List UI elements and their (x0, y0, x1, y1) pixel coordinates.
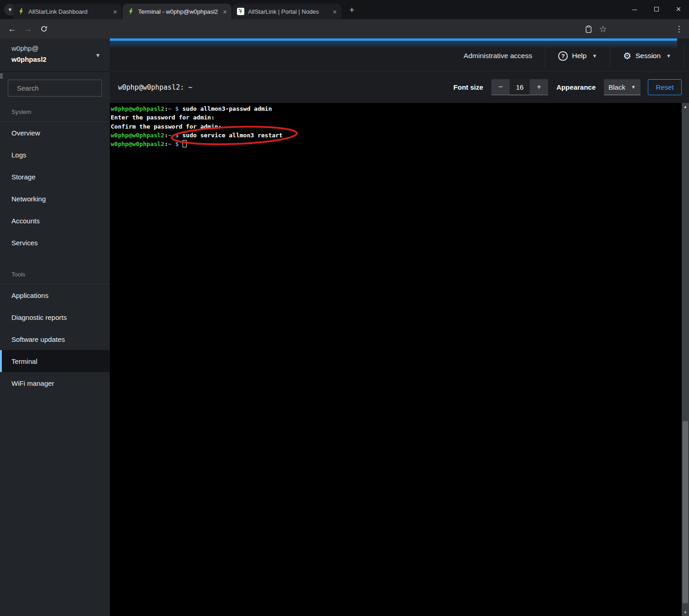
tab-terminal[interactable]: Terminal - w0php@w0phpasl2 × (123, 4, 231, 19)
maximize-icon (654, 7, 659, 11)
terminal-toolbar: w0php@w0phpasl2: ~ Font size − 16 + Appe… (110, 71, 689, 103)
terminal-line: w0php@w0phpasl2:~ $ sudo service allmon3… (111, 131, 680, 140)
font-size-label: Font size (453, 83, 483, 91)
sidebar-item-storage[interactable]: Storage (0, 166, 110, 188)
increase-font-button[interactable]: + (530, 79, 548, 95)
nav-section-label-tools: Tools (11, 271, 110, 278)
tab-title: Terminal - w0php@w0phpasl2 (138, 8, 219, 15)
terminal-line: w0php@w0phpasl2:~ $ (111, 140, 680, 148)
decrease-font-button[interactable]: − (491, 79, 510, 95)
appearance-label: Appearance (556, 83, 596, 91)
tab-close-icon[interactable]: × (333, 8, 337, 15)
divider (684, 44, 684, 67)
minus-icon: − (498, 83, 502, 91)
sidebar-item-diagnostic-reports[interactable]: Diagnostic reports (0, 306, 110, 328)
window-maximize-button[interactable] (650, 3, 663, 16)
nav-section-label-system: System (11, 108, 110, 115)
divider (610, 44, 610, 67)
allstarlink-favicon-icon (127, 8, 135, 15)
share-button[interactable] (581, 22, 596, 36)
tab-allstarlink-portal[interactable]: AllStarLink | Portal | Nodes × (232, 4, 341, 19)
font-size-value: 16 (510, 79, 530, 95)
terminal-line: Enter the password for admin: (111, 113, 680, 122)
appearance-value: Black (608, 83, 625, 91)
sidebar-item-overview[interactable]: Overview (0, 122, 110, 144)
tab-title: AllStarLink | Portal | Nodes (248, 8, 329, 15)
tab-close-icon[interactable]: × (113, 8, 117, 15)
new-tab-button[interactable]: + (346, 4, 358, 16)
browser-window: ▼ AllStarLink Dashboard × Terminal - w0p… (0, 0, 689, 616)
help-menu-button[interactable]: ? Help ▼ (558, 51, 597, 61)
help-icon: ? (558, 51, 568, 61)
allstarlink-favicon-icon (17, 8, 25, 15)
sidebar-item-terminal[interactable]: Terminal (0, 350, 110, 372)
sidebar-item-wifi-manager[interactable]: WiFi manager (0, 372, 110, 394)
nav-group-tools: ApplicationsDiagnostic reportsSoftware u… (0, 284, 110, 394)
sidebar-item-accounts[interactable]: Accounts (0, 210, 110, 232)
appearance-select[interactable]: Black ▼ (604, 79, 641, 95)
search-input[interactable] (17, 84, 108, 92)
scroll-up-icon[interactable]: ▲ (682, 103, 689, 110)
sidebar-item-applications[interactable]: Applications (0, 284, 110, 306)
sidebar-item-networking[interactable]: Networking (0, 188, 110, 210)
help-label: Help (572, 52, 587, 60)
menu-fragment-icon (0, 74, 3, 79)
terminal-line: w0php@w0phpasl2:~ $ sudo allmon3-passwd … (111, 104, 680, 113)
scroll-down-icon[interactable]: ▼ (682, 609, 689, 616)
forward-icon: → (24, 24, 32, 34)
clipboard-icon (585, 25, 592, 33)
plus-icon: + (537, 83, 541, 91)
forward-button[interactable]: → (21, 22, 35, 36)
reset-button[interactable]: Reset (648, 79, 682, 95)
sidebar-search[interactable] (8, 80, 102, 97)
sidebar-item-logs[interactable]: Logs (0, 144, 110, 166)
chevron-down-icon: ▼ (666, 53, 671, 59)
tab-close-icon[interactable]: × (223, 8, 227, 15)
back-icon: ← (8, 24, 16, 34)
window-minimize-button[interactable]: ─ (628, 3, 641, 16)
annotation-ellipse (110, 103, 689, 616)
allstarlink-portal-favicon-icon (237, 8, 244, 15)
gear-icon: ⚙ (623, 51, 631, 60)
tab-allstarlink-dashboard[interactable]: AllStarLink Dashboard × (13, 4, 122, 19)
bookmark-button[interactable]: ☆ (596, 22, 610, 36)
tab-strip: ▼ AllStarLink Dashboard × Terminal - w0p… (0, 0, 689, 19)
scrollbar-thumb[interactable] (683, 421, 688, 603)
terminal-cursor (183, 140, 187, 147)
reload-button[interactable] (37, 22, 51, 36)
session-menu-button[interactable]: ⚙ Session ▼ (623, 51, 671, 60)
reload-icon (40, 25, 48, 32)
chevron-down-icon: ▼ (592, 53, 597, 59)
nav-group-system: OverviewLogsStorageNetworkingAccountsSer… (0, 122, 110, 254)
divider (545, 44, 545, 67)
kebab-menu-icon: ⋮ (675, 24, 683, 34)
terminal-scrollbar[interactable]: ▲ ▼ (682, 103, 689, 616)
admin-access-button[interactable]: Administrative access (463, 52, 532, 60)
sidebar-item-services[interactable]: Services (0, 232, 110, 254)
tab-title: AllStarLink Dashboard (28, 8, 109, 15)
star-icon: ☆ (599, 24, 607, 34)
host-switcher[interactable]: w0php@ w0phpasl2 ▼ (0, 38, 110, 72)
sidebar-item-software-updates[interactable]: Software updates (0, 328, 110, 350)
back-button[interactable]: ← (5, 22, 19, 36)
terminal-path: w0php@w0phpasl2: ~ (118, 71, 193, 103)
sidebar: w0php@ w0phpasl2 ▼ System OverviewLogsSt… (0, 38, 110, 616)
window-close-button[interactable]: × (672, 3, 685, 16)
chevron-down-icon: ▼ (631, 84, 636, 90)
terminal-screen[interactable]: w0php@w0phpasl2:~ $ sudo allmon3-passwd … (110, 103, 689, 616)
terminal-line: Confirm the password for admin: (111, 122, 680, 131)
user-name: w0php@ (11, 44, 101, 52)
browser-menu-button[interactable]: ⋮ (672, 22, 686, 36)
navigation-toolbar: ← → × Not secure https://w0phpasl2.local… (0, 19, 689, 38)
chevron-down-icon: ▼ (8, 7, 13, 12)
chevron-down-icon: ▼ (95, 52, 101, 59)
session-label: Session (635, 52, 661, 60)
host-name: w0phpasl2 (11, 55, 101, 63)
terminal-lines: w0php@w0phpasl2:~ $ sudo allmon3-passwd … (111, 104, 680, 148)
masthead: Administrative access ? Help ▼ ⚙ Session… (110, 38, 689, 71)
